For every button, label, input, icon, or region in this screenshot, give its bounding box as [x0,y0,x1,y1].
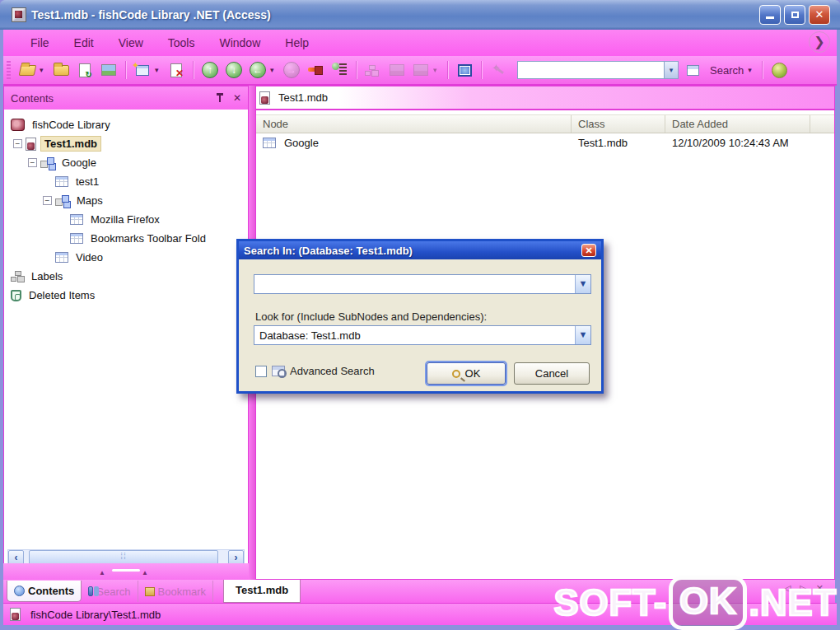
resize-button[interactable] [306,60,325,80]
tree-item[interactable]: test1 [4,172,248,191]
labels-button[interactable] [363,60,383,80]
tree-item[interactable]: Bookmarks Toolbar Fold [4,229,248,248]
tree-item[interactable]: Labels [4,267,248,286]
toolbar-search-dropdown-icon[interactable]: ▾ [664,62,678,78]
wizard-button[interactable] [488,60,508,80]
collapse-splitter[interactable]: ▲▲ [3,563,249,580]
document-bottom-tab[interactable]: Test1.mdb [223,580,301,603]
title-bar: Test1.mdb - fishCode Library .NET (Acces… [0,0,840,30]
search-dropdown-icon[interactable]: ▾ [748,66,755,74]
image-tool-button[interactable] [411,60,431,80]
list-view-button[interactable] [329,60,349,80]
magnifier-icon [452,370,460,378]
fit-window-button[interactable] [455,60,474,80]
app-icon [12,7,26,22]
new-folder-button[interactable] [51,60,71,80]
collapse-expander-icon[interactable]: − [28,158,37,167]
labels-icon [11,271,24,282]
look-for-label: Look for (Include SubNodes and Dependenc… [255,310,487,323]
open-file-button[interactable] [17,60,37,80]
tree-item-label: Labels [28,269,66,283]
look-for-combobox[interactable]: Database: Test1.mdb ▼ [254,325,591,345]
table-icon [55,176,68,187]
column-header-node[interactable]: Node [256,115,572,133]
panel-close-icon[interactable]: ✕ [233,92,241,104]
tree-item[interactable]: −Test1.mdb [4,134,248,153]
navigate-down-button[interactable]: ↓ [224,60,244,80]
search-form-icon [683,60,702,80]
search-button[interactable]: Search [710,64,744,77]
tree-item[interactable]: −Google [4,153,248,172]
navigate-back-button[interactable]: ← [248,60,268,80]
contents-panel: Contents ✕ fishCode Library−Test1.mdb−Go… [3,86,249,580]
bookmark-icon [145,587,155,596]
tree-item[interactable]: −Maps [4,191,248,210]
close-button[interactable]: ✕ [809,5,830,25]
menu-item-view[interactable]: View [106,33,156,53]
web-search-button[interactable] [769,60,789,80]
table-body: GoogleTest1.mdb12/10/2009 10:24:43 AM [256,133,834,152]
preview-button[interactable] [387,60,407,80]
bottom-tab-bookmark[interactable]: Bookmark [138,581,214,602]
menu-overflow-icon[interactable]: ❯ [809,31,830,53]
mdb-document-icon [259,91,270,105]
app-window: Test1.mdb - fishCode Library .NET (Acces… [0,0,840,630]
soft-ok-net-watermark: SOFT-OK.NET [553,576,837,630]
tree-item[interactable]: Deleted Items [4,286,248,305]
table-icon [263,138,276,148]
bottom-tab-contents[interactable]: Contents [7,581,82,602]
collapse-expander-icon[interactable]: − [43,196,52,205]
maximize-button[interactable] [784,5,805,25]
menu-bar: FileEditViewToolsWindowHelp ❯ [3,30,837,56]
refresh-document-button[interactable]: ↻ [75,60,95,80]
search-term-dropdown-icon[interactable]: ▼ [575,275,590,293]
window-title: Test1.mdb - fishCode Library .NET (Acces… [31,8,759,21]
column-header-date-added[interactable]: Date Added [665,115,810,133]
table-row[interactable]: GoogleTest1.mdb12/10/2009 10:24:43 AM [256,133,834,152]
image-export-button[interactable] [99,60,119,80]
advanced-search-checkbox[interactable] [255,366,267,377]
menu-item-window[interactable]: Window [207,33,273,53]
advanced-search-icon [272,366,285,376]
contents-panel-header: Contents ✕ [4,86,248,110]
status-text: fishCode Library\Test1.mdb [30,609,161,621]
open-file-dropdown-icon[interactable]: ▾ [40,66,47,74]
table-icon [70,214,83,225]
nodes-icon [40,157,54,169]
menu-item-file[interactable]: File [18,33,62,53]
minimize-button[interactable] [759,5,781,25]
image-tool-dropdown-icon[interactable]: ▾ [433,66,441,74]
table-icon [55,252,68,263]
toolbar-search-input[interactable] [518,62,664,78]
table-cell: Test1.mdb [572,137,665,149]
status-mdb-icon [10,608,21,621]
ok-button[interactable]: OK [427,362,506,385]
document-tab-label[interactable]: Test1.mdb [278,91,328,104]
menu-item-tools[interactable]: Tools [156,33,208,53]
collapse-expander-icon[interactable]: − [13,139,22,148]
tree-item[interactable]: Mozilla Firefox [4,210,248,229]
toolbar-search-box: ▾ [517,61,679,79]
look-for-dropdown-icon[interactable]: ▼ [575,326,590,344]
tree-item-label: fishCode Library [29,118,114,132]
navigate-forward-button[interactable]: → [282,60,301,80]
tree-item-label: Bookmarks Toolbar Fold [87,231,209,245]
column-header-class[interactable]: Class [572,115,665,133]
new-node-dropdown-icon[interactable]: ▾ [155,66,162,74]
tree-item-label: Maps [73,194,106,208]
menu-item-edit[interactable]: Edit [62,33,106,53]
pin-icon[interactable] [215,93,225,103]
search-term-combobox[interactable]: ▼ [254,274,591,294]
navigate-up-button[interactable]: ↑ [200,60,220,80]
bottom-tab-search[interactable]: Search [82,581,138,602]
tree-item-label: Mozilla Firefox [87,212,163,226]
navigate-back-dropdown-icon[interactable]: ▾ [270,66,278,74]
menu-item-help[interactable]: Help [273,33,321,53]
tree-item[interactable]: fishCode Library [4,115,248,134]
advanced-search-label: Advanced Search [290,365,375,377]
tree-item[interactable]: Video [4,248,248,267]
new-node-button[interactable] [133,60,152,80]
cancel-button[interactable]: Cancel [514,362,590,385]
delete-node-button[interactable]: ✕ [166,60,186,80]
dialog-close-icon[interactable]: ✕ [581,244,596,257]
